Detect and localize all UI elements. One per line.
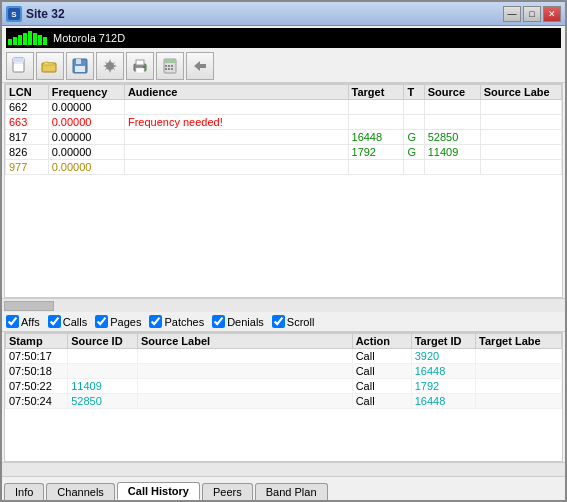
settings-button[interactable] bbox=[96, 52, 124, 80]
col-header-targetid: Target ID bbox=[411, 334, 475, 349]
svg-rect-19 bbox=[171, 65, 173, 67]
filter-scroll: Scroll bbox=[272, 315, 315, 328]
scrollbar-thumb[interactable] bbox=[4, 301, 54, 311]
col-header-srclabel: Source Label bbox=[138, 334, 353, 349]
cell-targetid: 1792 bbox=[411, 379, 475, 394]
cell-freq: 0.00000 bbox=[48, 160, 124, 175]
tab-band-plan[interactable]: Band Plan bbox=[255, 483, 328, 500]
print-button[interactable] bbox=[126, 52, 154, 80]
denials-label: Denials bbox=[227, 316, 264, 328]
signal-seg-4 bbox=[23, 33, 27, 45]
cell-t bbox=[404, 115, 424, 130]
cell-lcn: 977 bbox=[6, 160, 49, 175]
signal-seg-2 bbox=[13, 37, 17, 45]
history-scrollbar[interactable] bbox=[2, 462, 565, 476]
svg-rect-22 bbox=[171, 68, 173, 70]
cell-source: 52850 bbox=[424, 130, 480, 145]
col-header-targetlabel: Target Labe bbox=[476, 334, 562, 349]
calls-checkbox[interactable] bbox=[48, 315, 61, 328]
col-header-stamp: Stamp bbox=[6, 334, 68, 349]
cell-srclabel bbox=[138, 379, 353, 394]
pages-checkbox[interactable] bbox=[95, 315, 108, 328]
cell-action: Call bbox=[352, 364, 411, 379]
new-button[interactable] bbox=[6, 52, 34, 80]
col-header-target: Target bbox=[348, 85, 404, 100]
main-table-row[interactable]: 977 0.00000 bbox=[6, 160, 562, 175]
title-bar: S Site 32 — □ ✕ bbox=[2, 2, 565, 26]
history-table-row[interactable]: 07:50:17 Call 3920 bbox=[6, 349, 562, 364]
signal-seg-8 bbox=[43, 37, 47, 45]
history-table: Stamp Source ID Source Label Action Targ… bbox=[5, 333, 562, 409]
col-header-sourcelabel: Source Labe bbox=[480, 85, 561, 100]
cell-target: 16448 bbox=[348, 130, 404, 145]
col-header-source: Source bbox=[424, 85, 480, 100]
cell-freq: 0.00000 bbox=[48, 115, 124, 130]
cell-action: Call bbox=[352, 349, 411, 364]
col-header-action: Action bbox=[352, 334, 411, 349]
cell-source bbox=[424, 160, 480, 175]
back-button[interactable] bbox=[186, 52, 214, 80]
filter-bar: Affs Calls Pages Patches Denials Scroll bbox=[2, 312, 565, 332]
main-table-row[interactable]: 663 0.00000 Frequency needed! bbox=[6, 115, 562, 130]
cell-source: 11409 bbox=[424, 145, 480, 160]
main-scrollbar[interactable] bbox=[2, 298, 565, 312]
main-table: LCN Frequency Audience Target T Source S… bbox=[5, 84, 562, 175]
cell-srcid bbox=[68, 364, 138, 379]
window-controls: — □ ✕ bbox=[503, 6, 561, 22]
svg-rect-21 bbox=[168, 68, 170, 70]
cell-stamp: 07:50:18 bbox=[6, 364, 68, 379]
main-table-row[interactable]: 826 0.00000 1792 G 11409 bbox=[6, 145, 562, 160]
cell-audience bbox=[124, 130, 348, 145]
cell-source bbox=[424, 100, 480, 115]
tab-call-history[interactable]: Call History bbox=[117, 482, 200, 500]
history-table-row[interactable]: 07:50:22 11409 Call 1792 bbox=[6, 379, 562, 394]
maximize-button[interactable]: □ bbox=[523, 6, 541, 22]
cell-target: 1792 bbox=[348, 145, 404, 160]
history-table-container: Stamp Source ID Source Label Action Targ… bbox=[4, 332, 563, 462]
cell-sourcelabel bbox=[480, 145, 561, 160]
cell-t: G bbox=[404, 145, 424, 160]
signal-bar: Motorola 712D bbox=[6, 28, 561, 48]
affs-checkbox[interactable] bbox=[6, 315, 19, 328]
tab-peers[interactable]: Peers bbox=[202, 483, 253, 500]
cell-srcid bbox=[68, 349, 138, 364]
main-table-container: LCN Frequency Audience Target T Source S… bbox=[4, 83, 563, 298]
cell-audience: Frequency needed! bbox=[124, 115, 348, 130]
denials-checkbox[interactable] bbox=[212, 315, 225, 328]
cell-srcid: 52850 bbox=[68, 394, 138, 409]
signal-seg-1 bbox=[8, 39, 12, 45]
save-button[interactable] bbox=[66, 52, 94, 80]
tab-info[interactable]: Info bbox=[4, 483, 44, 500]
cell-targetid: 16448 bbox=[411, 364, 475, 379]
cell-target bbox=[348, 100, 404, 115]
cell-targetid: 16448 bbox=[411, 394, 475, 409]
cell-targetid: 3920 bbox=[411, 349, 475, 364]
cell-targetlabel bbox=[476, 349, 562, 364]
cell-sourcelabel bbox=[480, 130, 561, 145]
svg-rect-20 bbox=[165, 68, 167, 70]
minimize-button[interactable]: — bbox=[503, 6, 521, 22]
cell-freq: 0.00000 bbox=[48, 130, 124, 145]
cell-audience bbox=[124, 160, 348, 175]
calc-button[interactable] bbox=[156, 52, 184, 80]
main-table-header: LCN Frequency Audience Target T Source S… bbox=[6, 85, 562, 100]
history-table-row[interactable]: 07:50:18 Call 16448 bbox=[6, 364, 562, 379]
tab-channels[interactable]: Channels bbox=[46, 483, 114, 500]
svg-rect-18 bbox=[168, 65, 170, 67]
scroll-checkbox[interactable] bbox=[272, 315, 285, 328]
svg-rect-12 bbox=[136, 60, 144, 65]
close-button[interactable]: ✕ bbox=[543, 6, 561, 22]
patches-checkbox[interactable] bbox=[149, 315, 162, 328]
history-table-row[interactable]: 07:50:24 52850 Call 16448 bbox=[6, 394, 562, 409]
cell-sourcelabel bbox=[480, 115, 561, 130]
cell-audience bbox=[124, 145, 348, 160]
cell-action: Call bbox=[352, 379, 411, 394]
pages-label: Pages bbox=[110, 316, 141, 328]
main-table-row[interactable]: 817 0.00000 16448 G 52850 bbox=[6, 130, 562, 145]
cell-target bbox=[348, 115, 404, 130]
main-table-row[interactable]: 662 0.00000 bbox=[6, 100, 562, 115]
signal-seg-5 bbox=[28, 31, 32, 45]
cell-srcid: 11409 bbox=[68, 379, 138, 394]
cell-stamp: 07:50:17 bbox=[6, 349, 68, 364]
open-button[interactable] bbox=[36, 52, 64, 80]
